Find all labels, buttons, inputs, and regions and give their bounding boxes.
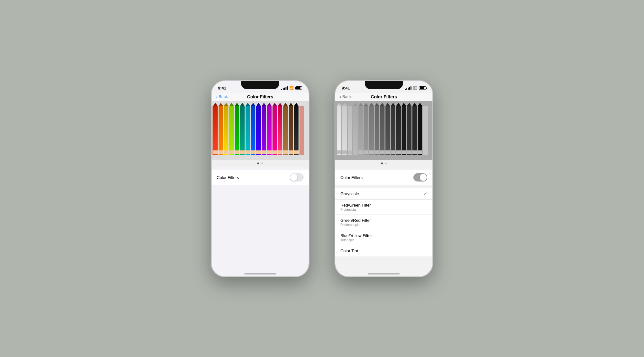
svg-rect-64 bbox=[358, 106, 363, 155]
page-dots-2 bbox=[335, 160, 432, 167]
back-button-1[interactable]: ‹ Back bbox=[216, 94, 228, 99]
color-filters-section-2: Color Filters bbox=[335, 170, 432, 185]
blue-yellow-row[interactable]: Blue/Yellow Filter Tritanopia bbox=[335, 230, 432, 245]
svg-rect-15 bbox=[235, 150, 239, 154]
dot-inactive-2 bbox=[385, 162, 387, 164]
back-label-2: Back bbox=[342, 94, 352, 99]
nav-bar-1: ‹ Back Color Filters bbox=[212, 93, 309, 101]
svg-rect-49 bbox=[299, 106, 304, 155]
blue-yellow-text: Blue/Yellow Filter Tritanopia bbox=[340, 233, 372, 242]
svg-rect-61 bbox=[353, 106, 358, 155]
svg-rect-57 bbox=[342, 150, 347, 154]
red-green-row[interactable]: Red/Green Filter Protanopia bbox=[335, 200, 432, 215]
color-tint-label: Color Tint bbox=[340, 248, 358, 253]
color-tint-row[interactable]: Color Tint bbox=[335, 245, 432, 256]
settings-area-2: Color Filters Grayscale ✓ Red/Green Filt… bbox=[335, 167, 432, 276]
svg-rect-30 bbox=[262, 150, 266, 154]
toggle-thumb-1 bbox=[290, 174, 297, 181]
svg-rect-40 bbox=[283, 106, 288, 155]
home-indicator-2 bbox=[368, 273, 400, 274]
green-red-text: Green/Red Filter Deuteranopia bbox=[340, 218, 371, 227]
svg-rect-46 bbox=[294, 106, 299, 155]
svg-rect-84 bbox=[391, 150, 395, 154]
color-filters-toggle-2[interactable] bbox=[413, 173, 427, 182]
blue-yellow-sublabel: Tritanopia bbox=[340, 238, 372, 242]
svg-rect-72 bbox=[369, 150, 374, 154]
phone-1: 9:41 📶 ‹ Back Color Fil bbox=[211, 80, 309, 277]
svg-rect-100 bbox=[423, 106, 428, 155]
time-2: 9:41 bbox=[342, 86, 350, 90]
svg-rect-79 bbox=[385, 106, 390, 155]
svg-rect-37 bbox=[278, 106, 282, 155]
dot-inactive-1 bbox=[261, 162, 263, 164]
svg-rect-39 bbox=[278, 150, 282, 154]
green-red-row[interactable]: Green/Red Filter Deuteranopia bbox=[335, 215, 432, 230]
red-green-label: Red/Green Filter bbox=[340, 203, 371, 208]
notch-2 bbox=[365, 81, 403, 89]
wifi-icon-1: 📶 bbox=[289, 86, 294, 90]
svg-rect-21 bbox=[246, 150, 250, 154]
green-red-sublabel: Deuteranopia bbox=[340, 223, 371, 227]
battery-icon-2 bbox=[419, 86, 426, 90]
grayscale-row[interactable]: Grayscale ✓ bbox=[335, 188, 432, 200]
svg-rect-75 bbox=[375, 150, 379, 154]
svg-rect-43 bbox=[289, 106, 293, 155]
svg-rect-67 bbox=[364, 106, 368, 155]
pencil-image-2 bbox=[335, 101, 432, 160]
svg-rect-78 bbox=[380, 150, 384, 154]
svg-rect-9 bbox=[224, 150, 228, 154]
svg-rect-13 bbox=[235, 106, 239, 155]
dot-active-2 bbox=[381, 162, 383, 164]
filter-options-section: Grayscale ✓ Red/Green Filter Protanopia … bbox=[335, 188, 432, 256]
grayscale-checkmark: ✓ bbox=[424, 191, 427, 196]
color-filters-toggle-1[interactable] bbox=[290, 173, 304, 182]
blue-yellow-label: Blue/Yellow Filter bbox=[340, 233, 372, 238]
dot-active-1 bbox=[257, 162, 259, 164]
svg-rect-28 bbox=[262, 106, 266, 155]
svg-rect-10 bbox=[229, 106, 234, 155]
svg-rect-81 bbox=[385, 150, 390, 154]
chevron-left-icon-2: ‹ bbox=[340, 94, 341, 99]
svg-rect-36 bbox=[273, 150, 277, 154]
svg-rect-73 bbox=[375, 106, 379, 155]
svg-rect-16 bbox=[240, 106, 245, 155]
svg-rect-42 bbox=[283, 150, 288, 154]
color-filters-row-2[interactable]: Color Filters bbox=[335, 170, 432, 185]
color-filters-label-2: Color Filters bbox=[340, 175, 363, 180]
svg-rect-54 bbox=[337, 150, 341, 154]
signal-icon-2 bbox=[405, 86, 411, 90]
color-filters-row-1[interactable]: Color Filters bbox=[212, 170, 309, 185]
red-green-text: Red/Green Filter Protanopia bbox=[340, 203, 371, 211]
svg-rect-76 bbox=[380, 106, 384, 155]
svg-rect-1 bbox=[213, 106, 218, 155]
svg-rect-22 bbox=[251, 106, 255, 155]
battery-icon-1 bbox=[295, 86, 302, 90]
svg-rect-70 bbox=[369, 106, 374, 155]
svg-rect-58 bbox=[348, 106, 352, 155]
status-icons-2: 📶 bbox=[405, 86, 426, 90]
svg-rect-88 bbox=[402, 106, 406, 155]
notch-1 bbox=[241, 81, 279, 89]
svg-rect-48 bbox=[294, 150, 299, 154]
svg-rect-55 bbox=[342, 106, 347, 155]
phone-2: 9:41 📶 ‹ Back Color Fil bbox=[335, 80, 433, 277]
toggle-thumb-2 bbox=[420, 174, 427, 181]
svg-rect-6 bbox=[219, 150, 223, 154]
svg-rect-90 bbox=[402, 150, 406, 154]
svg-rect-60 bbox=[348, 150, 352, 154]
back-label-1: Back bbox=[219, 94, 228, 99]
svg-rect-31 bbox=[267, 106, 272, 155]
home-indicator-1 bbox=[244, 273, 276, 274]
svg-rect-45 bbox=[289, 150, 293, 154]
svg-rect-7 bbox=[224, 106, 228, 155]
nav-bar-2: ‹ Back Color Filters bbox=[335, 93, 432, 101]
svg-rect-97 bbox=[418, 106, 422, 155]
svg-rect-50 bbox=[212, 106, 213, 155]
back-button-2[interactable]: ‹ Back bbox=[340, 94, 352, 99]
wifi-icon-2: 📶 bbox=[413, 86, 417, 90]
grayscale-label: Grayscale bbox=[340, 191, 359, 196]
color-filters-label-1: Color Filters bbox=[217, 175, 239, 180]
svg-rect-82 bbox=[391, 106, 395, 155]
red-green-sublabel: Protanopia bbox=[340, 208, 371, 211]
status-icons-1: 📶 bbox=[281, 86, 302, 90]
